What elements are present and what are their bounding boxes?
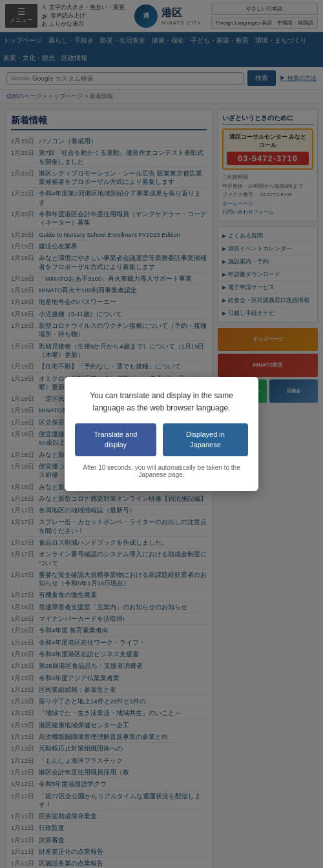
translate-auto-note: After 10 seconds, you will automatically… bbox=[75, 464, 248, 478]
displayed-in-japanese-button[interactable]: Displayed in Japanese bbox=[163, 423, 248, 456]
translate-buttons: Translate and display Displayed in Japan… bbox=[75, 423, 248, 456]
translate-message: You can translate and display in the sam… bbox=[75, 390, 248, 414]
translate-modal: You can translate and display in the sam… bbox=[65, 377, 258, 491]
translate-overlay: You can translate and display in the sam… bbox=[0, 0, 323, 868]
translate-and-display-button[interactable]: Translate and display bbox=[75, 423, 156, 456]
